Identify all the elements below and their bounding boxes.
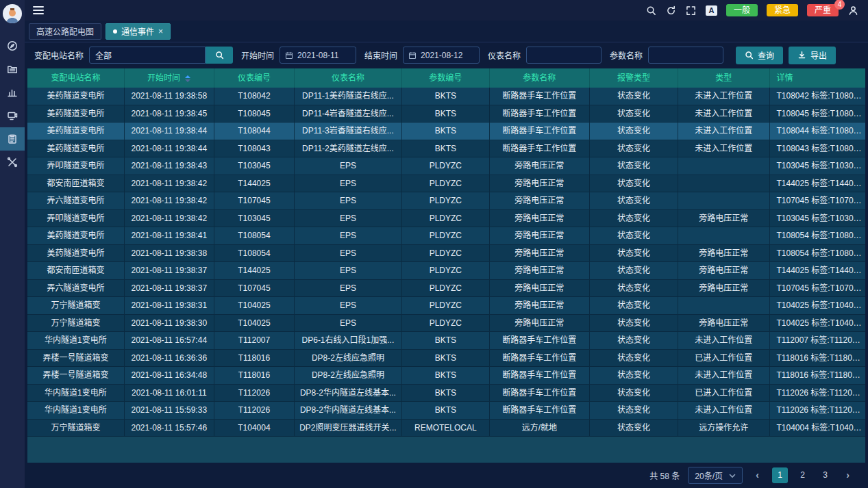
page-button-3[interactable]: 3 xyxy=(817,467,833,483)
sidebar-item-monitor[interactable] xyxy=(0,104,25,127)
table-row[interactable]: 都安南匝道箱变2021-08-11 19:38:42T144025EPSPLDY… xyxy=(27,175,865,193)
refresh-icon[interactable] xyxy=(666,5,677,16)
table-cell: EPS xyxy=(295,157,402,175)
tab-active-dot xyxy=(113,29,117,34)
monitor-icon xyxy=(7,110,18,121)
table-cell: 状态变化 xyxy=(590,245,679,263)
page-size-select[interactable]: 20条/页 xyxy=(688,467,743,484)
table-cell: DP11-3岩香隧道右线应... xyxy=(295,123,402,140)
app-root: A 一般 紧急 严重 4 高速公路配电图 通信事件 × xyxy=(0,0,868,488)
table-cell: T108045 xyxy=(214,105,295,123)
table-cell: 2021-08-11 16:36:36 xyxy=(125,350,214,368)
table-row[interactable]: 弄叩隧道变电所2021-08-11 19:38:43T103045EPSPLDY… xyxy=(27,157,865,175)
table-cell: 都安南匝道箱变 xyxy=(27,175,125,193)
menu-toggle-icon[interactable] xyxy=(33,4,44,16)
table-cell: 美药隧道变电所 xyxy=(27,140,125,158)
table-row[interactable]: 美药隧道变电所2021-08-11 19:38:45T108045DP11-4岩… xyxy=(27,105,865,123)
col-detail: 详情 xyxy=(770,68,865,88)
table-row[interactable]: 弄楼一号隧道箱变2021-08-11 16:36:36T118016DP8-2左… xyxy=(27,350,865,368)
table-cell: 断路器手车工作位置 xyxy=(490,350,590,368)
col-type: 类型 xyxy=(678,68,769,88)
sidebar-item-events[interactable] xyxy=(0,127,25,151)
avatar-image xyxy=(4,7,21,23)
font-icon[interactable]: A xyxy=(706,5,717,16)
calendar-icon xyxy=(408,51,417,60)
table-row[interactable]: 美药隧道变电所2021-08-11 19:38:58T108042DP11-1美… xyxy=(27,88,865,105)
query-button[interactable]: 查询 xyxy=(736,47,783,64)
sidebar-item-overview[interactable] xyxy=(0,34,25,57)
table-row[interactable]: 美药隧道变电所2021-08-11 19:38:44T108044DP11-3岩… xyxy=(27,123,865,140)
table-cell: 状态变化 xyxy=(590,367,679,385)
fullscreen-icon[interactable] xyxy=(686,5,697,16)
page-button-2[interactable]: 2 xyxy=(795,467,810,483)
table-row[interactable]: 弄楼一号隧道箱变2021-08-11 16:34:48T118016DP8-2左… xyxy=(27,367,865,385)
search-icon xyxy=(215,51,224,60)
end-date-picker[interactable]: 2021-08-12 xyxy=(403,47,480,64)
table-cell: T108043 标签:T108043 ... xyxy=(770,140,865,158)
table-row[interactable]: 美药隧道变电所2021-08-11 19:38:38T108054EPSPLDY… xyxy=(27,245,865,263)
table-cell: T107045 标签:T107045 ... xyxy=(770,192,865,210)
table-row[interactable]: 弄叩隧道变电所2021-08-11 19:38:42T103045EPSPLDY… xyxy=(27,210,865,228)
sidebar-item-tools[interactable] xyxy=(0,151,25,174)
tab-power-diagram[interactable]: 高速公路配电图 xyxy=(29,23,101,40)
table-cell: 旁路电压正常 xyxy=(490,315,590,333)
table-cell: 美药隧道变电所 xyxy=(27,245,125,263)
search-icon[interactable] xyxy=(646,5,657,16)
tab-close-icon[interactable]: × xyxy=(158,27,163,36)
table-cell: 2021-08-11 15:59:33 xyxy=(125,402,214,420)
table-row[interactable]: 华内隧道1变电所2021-08-11 16:01:11T112026DP8-2华… xyxy=(27,385,865,402)
col-start-time[interactable]: 开始时间 xyxy=(125,68,214,88)
table-cell: 美药隧道变电所 xyxy=(27,227,125,245)
table-cell: BKTS xyxy=(402,88,490,105)
table-cell: 状态变化 xyxy=(590,88,679,105)
table-row[interactable]: 弄六隧道变电所2021-08-11 19:38:37T107045EPSPLDY… xyxy=(27,280,865,298)
table-cell: EPS xyxy=(295,245,402,263)
table-cell: 2021-08-11 19:38:38 xyxy=(125,245,214,263)
table-cell: PLDYZC xyxy=(402,175,490,193)
table-cell: 2021-08-11 19:38:44 xyxy=(125,140,214,158)
table-cell: 未进入工作位置 xyxy=(678,88,769,105)
param-name-input[interactable] xyxy=(648,47,723,64)
table-row[interactable]: 万宁隧道箱变2021-08-11 15:57:46T104004DP2照明变压器… xyxy=(27,420,865,437)
table-row[interactable]: 万宁隧道箱变2021-08-11 19:38:31T104025EPSPLDYZ… xyxy=(27,297,865,315)
sidebar-item-statistics[interactable] xyxy=(0,81,25,104)
table-cell: T112026 标签:T112026 ... xyxy=(770,402,865,420)
alarm-badge-severe[interactable]: 严重 4 xyxy=(807,4,839,16)
table-row[interactable]: 美药隧道变电所2021-08-11 19:38:44T108043DP11-2美… xyxy=(27,140,865,158)
table-cell: 状态变化 xyxy=(590,140,679,158)
download-icon xyxy=(797,51,806,60)
table-row[interactable]: 华内隧道1变电所2021-08-11 15:59:33T112026DP8-2华… xyxy=(27,402,865,420)
table-cell: 弄六隧道变电所 xyxy=(27,192,125,210)
table-cell: T107045 xyxy=(214,280,295,298)
table-cell: BKTS xyxy=(402,105,490,123)
table-row[interactable]: 华内隧道1变电所2021-08-11 16:57:44T112007DP6-1右… xyxy=(27,332,865,350)
table-cell: T103045 标签:T103045 ... xyxy=(770,210,865,228)
table-row[interactable]: 万宁隧道箱变2021-08-11 19:38:30T104025EPSPLDYZ… xyxy=(27,315,865,333)
station-input[interactable] xyxy=(89,47,206,64)
table-cell: 2021-08-11 16:34:48 xyxy=(125,367,214,385)
table-row[interactable]: 都安南匝道箱变2021-08-11 19:38:37T144025EPSPLDY… xyxy=(27,262,865,280)
meter-name-input[interactable] xyxy=(526,47,602,64)
station-search-button[interactable] xyxy=(206,47,233,64)
next-page-button[interactable]: › xyxy=(840,467,856,483)
prev-page-button[interactable]: ‹ xyxy=(749,467,765,483)
table-cell: EPS xyxy=(295,210,402,228)
export-button[interactable]: 导出 xyxy=(789,47,836,64)
page-button-1[interactable]: 1 xyxy=(772,467,788,483)
tab-comm-events[interactable]: 通信事件 × xyxy=(106,23,171,40)
table-row[interactable]: 美药隧道变电所2021-08-11 19:38:41T108054EPSPLDY… xyxy=(27,227,865,245)
table-cell: 状态变化 xyxy=(590,297,679,315)
table-cell: T108054 xyxy=(214,245,295,263)
table-row[interactable]: 弄六隧道变电所2021-08-11 19:38:42T107045EPSPLDY… xyxy=(27,192,865,210)
sort-icon[interactable] xyxy=(185,75,190,82)
start-date-picker[interactable]: 2021-08-11 xyxy=(280,47,356,64)
table-cell: 2021-08-11 19:38:44 xyxy=(125,123,214,140)
table-cell: 2021-08-11 16:01:11 xyxy=(125,385,214,402)
alarm-badge-urgent[interactable]: 紧急 xyxy=(767,4,798,16)
station-filter-label: 变配电站名称 xyxy=(34,49,84,61)
alarm-badge-general[interactable]: 一般 xyxy=(726,4,758,16)
avatar[interactable] xyxy=(3,4,22,23)
sidebar-item-files[interactable] xyxy=(0,57,25,81)
user-icon[interactable] xyxy=(847,5,858,16)
table-cell: BKTS xyxy=(402,350,490,368)
